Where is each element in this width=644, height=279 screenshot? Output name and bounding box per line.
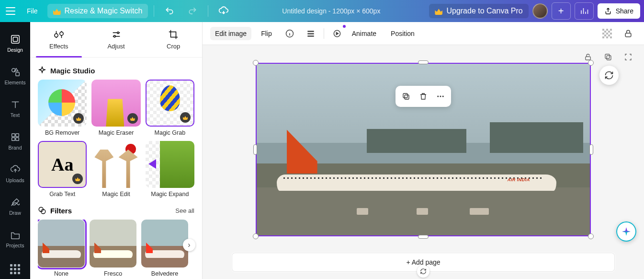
delete-button[interactable] (416, 89, 431, 104)
top-bar: File Resize & Magic Switch Untitled desi… (0, 0, 644, 22)
resize-handle-l[interactable] (253, 144, 257, 155)
resize-handle-t[interactable] (418, 60, 429, 64)
more-button[interactable] (433, 89, 448, 104)
text-icon (10, 99, 21, 110)
add-member-button[interactable]: + (552, 2, 571, 20)
resize-handle-tr[interactable] (588, 60, 594, 66)
image-vehicle (417, 208, 428, 215)
rail-text[interactable]: Text (0, 93, 30, 124)
filters-header: Filters See all (38, 206, 194, 215)
design-title[interactable]: Untitled design - 1200px × 600px (282, 7, 380, 15)
design-icon (10, 34, 21, 45)
floating-toolbar (395, 86, 451, 107)
resize-handle-b[interactable] (418, 235, 429, 239)
elements-icon (10, 66, 21, 78)
title-area: Untitled design - 1200px × 600px (237, 7, 425, 15)
position-button[interactable]: Position (386, 27, 419, 40)
share-button[interactable]: Share (598, 3, 640, 19)
animate-label[interactable]: Animate (347, 27, 381, 40)
svg-point-9 (113, 35, 115, 37)
add-page-button[interactable]: + Add page (231, 252, 615, 272)
rail-label: Design (7, 47, 23, 53)
list-style-button[interactable] (303, 25, 319, 42)
insights-button[interactable] (575, 2, 594, 20)
rail-label: Text (11, 112, 20, 118)
tool-bg-remover[interactable]: BG Remover (38, 80, 87, 136)
filters-next-button[interactable]: › (183, 239, 195, 251)
user-avatar[interactable] (532, 3, 548, 19)
rail-draw[interactable]: Draw (0, 191, 30, 221)
svg-rect-25 (403, 93, 407, 98)
filters-icon (38, 206, 46, 215)
menu-button[interactable] (4, 4, 17, 18)
rail-brand[interactable]: Brand (0, 126, 30, 156)
image-windows (283, 177, 543, 179)
rail-label: Elements (5, 80, 26, 85)
effects-panel: Effects Adjust Crop Magic Studio BG Remo… (30, 22, 203, 279)
tool-label: Grab Text (38, 191, 87, 198)
tool-magic-edit[interactable]: Magic Edit (91, 141, 140, 198)
apps-button[interactable] (10, 264, 20, 279)
rail-design[interactable]: Design (0, 28, 30, 58)
transparency-button[interactable] (599, 25, 615, 42)
resize-handle-r[interactable] (589, 144, 593, 155)
resize-handle-bl[interactable] (253, 233, 259, 239)
filter-fresco[interactable] (90, 220, 136, 267)
main: Design Elements Text Brand Uploads Draw … (0, 22, 644, 279)
redo-button[interactable] (183, 2, 202, 20)
tool-magic-grab[interactable]: Magic Grab (146, 80, 194, 136)
resize-handle-tl[interactable] (253, 60, 259, 66)
magic-tools-grid: BG Remover Magic Eraser Magic Grab AaGra… (38, 80, 194, 198)
tab-crop[interactable]: Crop (145, 22, 202, 57)
lock-button[interactable] (620, 25, 636, 42)
upgrade-button[interactable]: Upgrade to Canva Pro (429, 4, 528, 18)
svg-rect-1 (13, 37, 17, 41)
rail-projects[interactable]: Projects (0, 223, 30, 254)
rail-uploads[interactable]: Uploads (0, 158, 30, 189)
undo-button[interactable] (160, 2, 179, 20)
resize-handle-br[interactable] (588, 233, 594, 239)
tool-label: Magic Grab (146, 129, 194, 136)
section-title: Filters (50, 207, 72, 215)
svg-rect-22 (607, 56, 611, 60)
svg-rect-7 (15, 138, 18, 140)
image-brand-text: AIR INDIA (508, 177, 530, 182)
panel-body[interactable]: Magic Studio BG Remover Magic Eraser Mag… (30, 58, 202, 279)
filter-belvedere[interactable] (141, 220, 188, 267)
see-all-link[interactable]: See all (175, 207, 194, 214)
svg-rect-23 (605, 54, 610, 58)
assistant-fab[interactable] (616, 221, 636, 242)
edit-image-button[interactable]: Edit image (210, 27, 251, 40)
flip-button[interactable]: Flip (256, 27, 277, 40)
svg-rect-0 (11, 35, 19, 44)
tool-magic-expand[interactable]: Magic Expand (146, 141, 194, 198)
tab-effects[interactable]: Effects (30, 22, 88, 57)
canvas-area[interactable]: AIR INDIA (203, 45, 644, 249)
svg-rect-6 (11, 138, 14, 140)
info-button[interactable] (282, 25, 298, 42)
rail-label: Draw (9, 210, 21, 216)
duplicate-page-button[interactable] (600, 49, 616, 65)
tool-label: Magic Expand (146, 191, 194, 198)
cloud-sync-icon[interactable] (214, 2, 233, 20)
filter-label: None (54, 270, 68, 277)
filter-none[interactable] (38, 220, 85, 267)
tab-label: Adjust (107, 43, 124, 50)
crown-icon (53, 7, 61, 15)
page-rotate-badge[interactable] (417, 265, 429, 278)
tab-adjust[interactable]: Adjust (88, 22, 145, 57)
draw-icon (10, 197, 21, 208)
tool-grab-text[interactable]: AaGrab Text (38, 141, 87, 198)
rail-label: Projects (6, 243, 24, 248)
expand-page-button[interactable] (620, 49, 636, 65)
crop-icon (168, 29, 179, 40)
tool-magic-eraser[interactable]: Magic Eraser (91, 80, 140, 136)
animate-button[interactable] (329, 25, 345, 42)
resize-magic-switch-button[interactable]: Resize & Magic Switch (47, 4, 148, 18)
duplicate-button[interactable] (398, 89, 414, 104)
file-menu[interactable]: File (21, 4, 44, 18)
tool-label: Magic Edit (91, 191, 140, 198)
svg-rect-21 (586, 57, 591, 60)
rail-elements[interactable]: Elements (0, 60, 30, 91)
regenerate-button[interactable] (599, 66, 619, 85)
